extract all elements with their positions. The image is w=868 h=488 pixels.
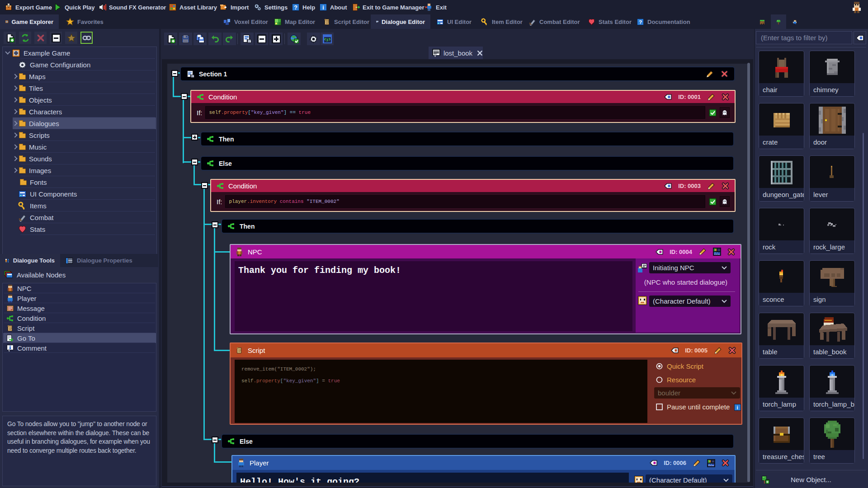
svg-text:?: ? [294,5,297,11]
svg-text:i: i [737,404,738,410]
svg-text:?: ? [639,19,642,25]
svg-text:i: i [322,5,324,11]
